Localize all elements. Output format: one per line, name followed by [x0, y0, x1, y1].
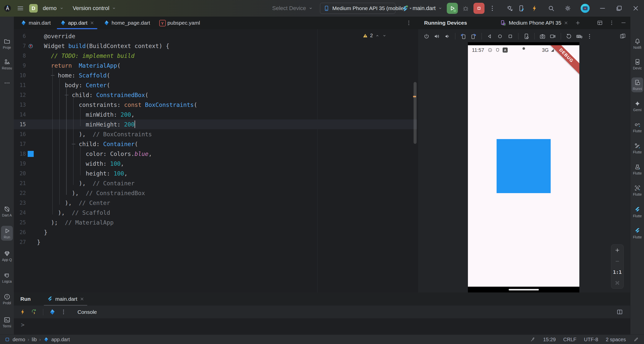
- code-line-23[interactable]: 23 ), // Center: [14, 198, 417, 208]
- code-line-25[interactable]: 25 ); // MaterialApp: [14, 218, 417, 227]
- tool-window-button-running-devices[interactable]: Runni: [631, 77, 643, 92]
- phone-settings-icon[interactable]: [523, 33, 530, 40]
- prev-issue-icon[interactable]: [375, 33, 380, 38]
- zoom-reset-button[interactable]: 1:1: [613, 269, 622, 275]
- power-icon[interactable]: [423, 33, 430, 40]
- breadcrumb-project[interactable]: demo: [13, 337, 25, 342]
- project-chevron-icon[interactable]: [59, 6, 64, 11]
- panel-layout-icon[interactable]: [597, 20, 603, 26]
- code-line-18[interactable]: 18 color: Colors.blue,: [14, 149, 417, 159]
- tool-window-button-gemini[interactable]: Gemi: [630, 99, 644, 113]
- tab-close-icon[interactable]: [90, 21, 94, 25]
- window-minimize-button[interactable]: [599, 5, 606, 12]
- project-avatar[interactable]: D: [29, 4, 38, 13]
- code-line-10[interactable]: 10 ─ home: Scaffold(: [14, 70, 417, 80]
- hot-reload-button[interactable]: [19, 309, 26, 315]
- keyboard-icon[interactable]: [576, 33, 583, 40]
- tool-window-button-flutter-connected-devices[interactable]: Flutte: [630, 120, 644, 135]
- zoom-out-button[interactable]: [614, 258, 620, 264]
- hot-restart-button[interactable]: [31, 309, 37, 315]
- run-tab-main-dart[interactable]: main.dart: [43, 292, 88, 306]
- code-line-16[interactable]: 16 ), // BoxConstraints: [14, 129, 417, 139]
- editor-scrollbar[interactable]: [414, 82, 417, 144]
- record-icon[interactable]: [549, 33, 556, 40]
- code-editor[interactable]: 6 @override7 Widget build(BuildContext c…: [14, 29, 417, 292]
- console-output[interactable]: >: [14, 318, 630, 334]
- select-device-label[interactable]: Select Device: [272, 5, 306, 12]
- rot-r-icon[interactable]: [470, 33, 477, 40]
- vol-down-icon[interactable]: [444, 33, 451, 40]
- file-encoding[interactable]: UTF-8: [584, 337, 598, 342]
- reset-icon[interactable]: [566, 33, 572, 40]
- tool-window-button-resource-manager[interactable]: Resou: [0, 57, 14, 72]
- code-line-14[interactable]: 14 minWidth: 200,: [14, 110, 417, 119]
- tool-window-button-problems[interactable]: Probl: [0, 292, 14, 307]
- stop-button[interactable]: [473, 3, 485, 14]
- tool-window-button-logcat[interactable]: Logca: [0, 270, 14, 285]
- dart-devtools-icon[interactable]: [49, 309, 56, 315]
- editor-tab-pubspec.yaml[interactable]: Ypubspec.yaml: [155, 17, 205, 29]
- nav-back-icon[interactable]: [486, 33, 493, 40]
- tool-window-button-flutter-tools[interactable]: Flutte: [630, 141, 644, 156]
- code-line-26[interactable]: 26 }: [14, 227, 417, 237]
- profile-avatar[interactable]: [581, 4, 590, 13]
- run-button[interactable]: [447, 3, 458, 14]
- caret-position[interactable]: 15:29: [543, 337, 556, 342]
- tab-list-options-icon[interactable]: [406, 20, 412, 26]
- search-everywhere-icon[interactable]: [547, 5, 555, 12]
- tool-window-button-notifications[interactable]: Notifi: [630, 36, 644, 51]
- select-device-chevron-icon[interactable]: [308, 6, 313, 11]
- version-control-menu[interactable]: Version control: [73, 5, 109, 12]
- breadcrumb-file[interactable]: app.dart: [51, 337, 70, 342]
- nav-home-icon[interactable]: [497, 33, 503, 40]
- code-line-8[interactable]: 8 // TODO: implement build: [14, 51, 417, 61]
- zoom-in-button[interactable]: [614, 247, 620, 253]
- panel-options-icon[interactable]: [609, 20, 615, 26]
- device-tab[interactable]: Medium Phone API 35: [500, 20, 568, 26]
- code-line-13[interactable]: 13 constraints: const BoxConstraints(: [14, 100, 417, 110]
- display-mode-icon[interactable]: [619, 33, 626, 39]
- code-line-17[interactable]: 17 ─ child: Container(: [14, 139, 417, 149]
- zoom-fit-button[interactable]: [614, 280, 620, 286]
- camera-icon[interactable]: [539, 33, 546, 40]
- device-selector[interactable]: Medium Phone API 35 (mobile): [320, 3, 395, 14]
- flutter-attach-icon[interactable]: [506, 5, 514, 12]
- version-control-chevron-icon[interactable]: [111, 6, 116, 11]
- code-line-9[interactable]: 9 return MaterialApp(: [14, 61, 417, 70]
- line-separator[interactable]: CRLF: [563, 337, 576, 342]
- override-gutter-icon[interactable]: [27, 43, 34, 49]
- inspections-widget[interactable]: 2: [363, 33, 387, 38]
- run-more-options-icon[interactable]: [489, 5, 496, 12]
- hot-reload-icon[interactable]: [531, 5, 538, 12]
- run-tab-close-icon[interactable]: [80, 297, 84, 301]
- device-mirror-icon[interactable]: [518, 5, 525, 12]
- tool-window-button-dart-analysis[interactable]: Dart A: [0, 204, 14, 219]
- code-line-11[interactable]: 11 body: Center(: [14, 80, 417, 90]
- debug-button[interactable]: [462, 5, 469, 12]
- window-close-button[interactable]: [632, 5, 639, 12]
- code-line-7[interactable]: 7 Widget build(BuildContext context) {: [14, 41, 417, 51]
- breadcrumb-folder[interactable]: lib: [32, 337, 37, 342]
- add-device-tab-icon[interactable]: [575, 20, 581, 26]
- settings-icon[interactable]: [564, 5, 572, 12]
- next-issue-icon[interactable]: [382, 33, 387, 38]
- tool-window-button-project[interactable]: Proje: [0, 36, 14, 51]
- indent-style[interactable]: 2 spaces: [606, 337, 626, 342]
- run-config-chevron-icon[interactable]: [438, 6, 443, 11]
- editor-tab-home_page.dart[interactable]: home_page.dart: [99, 17, 155, 29]
- emulator-screen[interactable]: 11:57 A 3G DEBUG: [468, 45, 579, 287]
- project-name[interactable]: demo: [43, 5, 57, 12]
- code-line-20[interactable]: 20 height: 100,: [14, 168, 417, 178]
- code-line-6[interactable]: 6 @override: [14, 31, 417, 41]
- main-menu-icon[interactable]: [17, 5, 24, 12]
- code-line-21[interactable]: 21 ), // Container: [14, 178, 417, 188]
- code-line-19[interactable]: 19 width: 100,: [14, 159, 417, 168]
- color-swatch-blue[interactable]: [28, 151, 34, 157]
- nav-gesture-pill[interactable]: [509, 289, 539, 290]
- editor-tab-app.dart[interactable]: app.dart: [55, 17, 99, 29]
- tool-window-button-terminal[interactable]: Termi: [0, 315, 14, 330]
- tool-window-button-flutter-widget-tree[interactable]: Flutte: [630, 162, 644, 177]
- tool-window-button-flutter-outline[interactable]: Flutte: [630, 205, 644, 220]
- code-line-12[interactable]: 12 ─ child: ConstrainedBox(: [14, 90, 417, 100]
- device-tab-close-icon[interactable]: [564, 21, 568, 25]
